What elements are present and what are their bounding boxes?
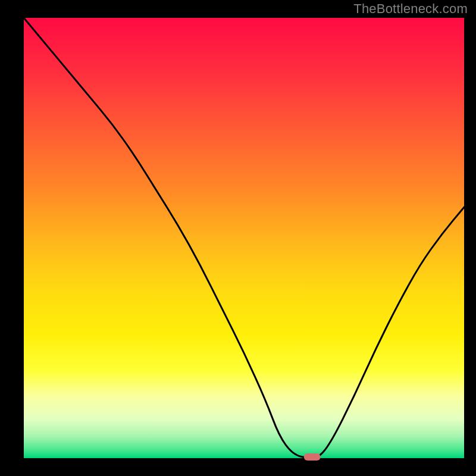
chart-frame: TheBottleneck.com xyxy=(0,0,476,476)
plot-background xyxy=(24,18,464,458)
watermark-text: TheBottleneck.com xyxy=(353,1,468,17)
bottleneck-chart xyxy=(0,0,476,476)
optimal-marker xyxy=(304,453,321,461)
